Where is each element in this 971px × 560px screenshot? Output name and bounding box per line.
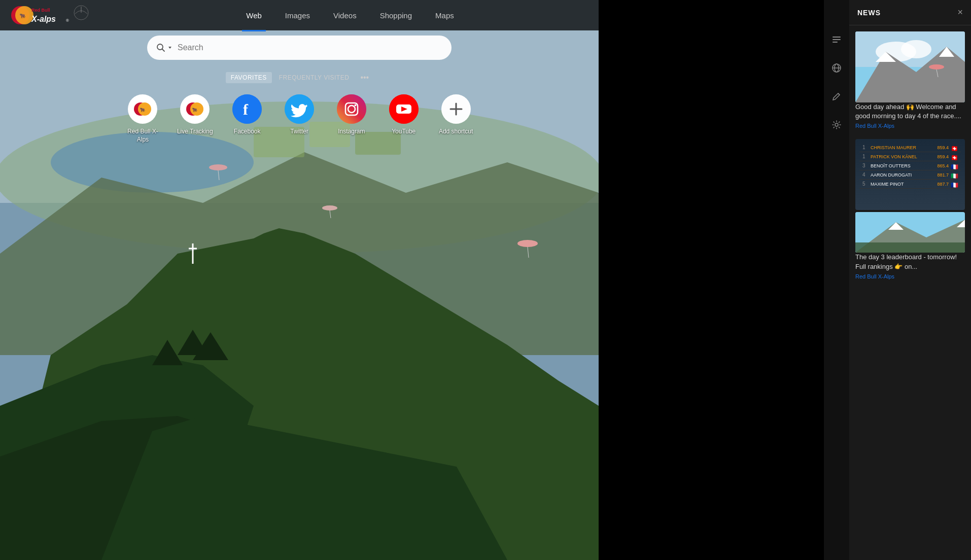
youtube-icon <box>389 94 419 124</box>
search-container <box>147 36 452 60</box>
top-navigation: 🐂 Red Bull X-alps ® Web Images Videos Sh… <box>0 0 599 30</box>
tab-maps[interactable]: Maps <box>431 9 458 22</box>
leaderboard-row-3: 3 BENOÎT OUTTERS 865.4 🇫🇷 <box>859 161 961 170</box>
shortcut-tracking[interactable]: 🐂 Live Tracking <box>174 94 216 144</box>
search-bar <box>147 36 452 60</box>
instagram-icon <box>337 94 366 124</box>
main-content: 🐂 Red Bull X-alps ® Web Images Videos Sh… <box>0 0 599 560</box>
tracking-label: Live Tracking <box>177 128 213 136</box>
svg-rect-55 <box>833 42 838 43</box>
shortcut-twitter[interactable]: Twitter <box>279 94 321 144</box>
twitter-label: Twitter <box>290 128 308 136</box>
shortcuts-grid: 🐂 Red Bull X-Alps 🐂 Live Tracking <box>122 94 477 144</box>
svg-point-46 <box>354 104 356 107</box>
leaderboard-row-5: 5 MAXIME PINOT 887.7 🇫🇷 <box>859 180 961 189</box>
instagram-label: Instagram <box>338 128 365 136</box>
leaderboard-row-4: 4 AARON DUROGATI 881.7 🇮🇹 <box>859 170 961 180</box>
search-dropdown-icon[interactable] <box>167 45 172 50</box>
twitter-icon <box>285 94 314 124</box>
tab-web[interactable]: Web <box>242 9 266 22</box>
news-content: Good day ahead 🙌 Welcome and good mornin… <box>849 25 971 560</box>
search-icon-wrap <box>156 43 172 52</box>
shortcut-add[interactable]: Add shortcut <box>435 94 477 144</box>
news-mountain-image <box>855 212 965 253</box>
search-input[interactable] <box>178 43 442 52</box>
favorites-section: FAVORITES FREQUENTLY VISITED ••• 🐂 Red B… <box>122 71 477 144</box>
shortcut-youtube[interactable]: YouTube <box>383 94 425 144</box>
facebook-label: Facebook <box>234 128 261 136</box>
tab-shopping[interactable]: Shopping <box>376 9 416 22</box>
news-close-button[interactable]: × <box>957 7 963 18</box>
news-item-1[interactable]: Good day ahead 🙌 Welcome and good mornin… <box>855 31 965 129</box>
svg-text:🐂: 🐂 <box>19 12 26 19</box>
tab-videos[interactable]: Videos <box>329 9 361 22</box>
svg-text:🐂: 🐂 <box>192 107 198 113</box>
facebook-icon: f <box>232 94 262 124</box>
favorites-tabs: FAVORITES FREQUENTLY VISITED ••• <box>122 71 477 84</box>
edit-icon[interactable] <box>827 87 846 106</box>
svg-point-18 <box>517 240 538 247</box>
news-image-1 <box>855 31 965 102</box>
leaderboard-row-1: 1 CHRISTIAN MAURER 859.4 🇨🇭 <box>859 143 961 152</box>
news-source-1: Red Bull X-Alps <box>855 123 965 129</box>
favorites-tab[interactable]: FAVORITES <box>226 72 272 83</box>
svg-rect-74 <box>855 242 965 253</box>
redbull-label: Red Bull X-Alps <box>122 128 163 144</box>
add-shortcut-icon <box>441 94 471 124</box>
news-source-2: Red Bull X-Alps <box>855 273 965 279</box>
shortcut-instagram[interactable]: Instagram <box>330 94 372 144</box>
shortcut-redbull[interactable]: 🐂 Red Bull X-Alps <box>122 94 164 144</box>
tracking-icon: 🐂 <box>180 94 210 124</box>
svg-point-43 <box>337 94 366 124</box>
svg-line-59 <box>838 93 840 95</box>
news-feed-icon[interactable] <box>827 30 846 49</box>
svg-text:®: ® <box>66 18 69 23</box>
leaderboard-image: 1 CHRISTIAN MAURER 859.4 🇨🇭 1 PATRICK VO… <box>855 139 965 210</box>
svg-point-14 <box>209 164 227 170</box>
news-text-1: Good day ahead 🙌 Welcome and good mornin… <box>855 102 965 121</box>
logo-area: 🐂 Red Bull X-alps ® <box>10 3 112 28</box>
news-header: NEWS × <box>849 0 971 25</box>
search-icon <box>156 43 165 52</box>
svg-text:f: f <box>243 101 249 118</box>
side-icons-panel <box>824 0 849 560</box>
news-title: NEWS <box>857 9 881 17</box>
news-panel: NEWS × Go <box>849 0 971 560</box>
leaderboard-row-2: 1 PATRICK VON KÄNEL 859.4 🇨🇭 <box>859 152 961 161</box>
redbull-xalps-logo: 🐂 Red Bull X-alps ® <box>10 3 91 28</box>
svg-text:Red Bull: Red Bull <box>31 8 50 13</box>
svg-point-60 <box>835 123 838 126</box>
svg-point-68 <box>929 64 944 69</box>
svg-rect-53 <box>833 37 841 38</box>
navigation-tabs: Web Images Videos Shopping Maps <box>112 9 588 22</box>
globe-icon[interactable] <box>827 59 846 77</box>
more-options-button[interactable]: ••• <box>356 71 373 84</box>
youtube-label: YouTube <box>392 128 415 136</box>
svg-marker-33 <box>168 47 171 49</box>
settings-icon[interactable] <box>827 116 846 134</box>
frequently-visited-tab[interactable]: FREQUENTLY VISITED <box>274 72 355 83</box>
svg-point-64 <box>901 40 931 58</box>
svg-text:🐂: 🐂 <box>140 107 146 113</box>
svg-rect-54 <box>833 39 841 40</box>
redbull-icon: 🐂 <box>128 94 157 124</box>
svg-line-32 <box>162 49 165 52</box>
news-item-2[interactable]: 1 CHRISTIAN MAURER 859.4 🇨🇭 1 PATRICK VO… <box>855 139 965 279</box>
news-text-2: The day 3 leaderboard - tomorrow! Full r… <box>855 253 965 271</box>
shortcut-facebook[interactable]: f Facebook <box>226 94 268 144</box>
add-shortcut-label: Add shortcut <box>439 128 473 136</box>
svg-text:X-alps: X-alps <box>31 15 56 23</box>
svg-point-16 <box>322 205 337 211</box>
tab-images[interactable]: Images <box>281 9 314 22</box>
